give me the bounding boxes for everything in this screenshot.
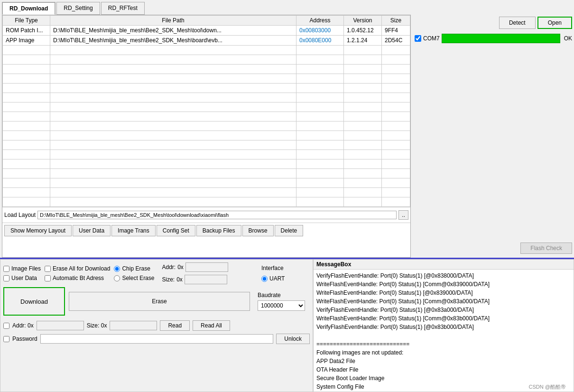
auto-bt-checkbox[interactable] bbox=[45, 275, 51, 281]
load-layout-row: Load Layout .. bbox=[2, 207, 410, 223]
delete-button[interactable]: Delete bbox=[275, 225, 304, 236]
addr-input[interactable] bbox=[185, 262, 228, 272]
uart-radio[interactable] bbox=[261, 276, 268, 282]
message-line: ============================ bbox=[316, 340, 563, 348]
message-line: VerifyFlashEventHandle: Port(0) Status(1… bbox=[316, 271, 563, 280]
baudrate-select[interactable]: 1000000 921600 460800 230400 115200 bbox=[258, 300, 305, 311]
config-set-button[interactable]: Config Set bbox=[157, 225, 195, 236]
table-row-empty bbox=[3, 159, 410, 169]
download-button[interactable]: Download bbox=[3, 287, 65, 316]
read-addr-input[interactable] bbox=[37, 321, 84, 330]
main-container: RD_Download RD_Setting RD_RFTest File Ty… bbox=[0, 0, 574, 392]
row1-version: 1.0.452.12 bbox=[344, 26, 382, 36]
table-row-empty bbox=[3, 84, 410, 93]
image-trans-button[interactable]: Image Trans bbox=[111, 225, 156, 236]
table-row-empty bbox=[3, 65, 410, 74]
read-checkbox[interactable] bbox=[3, 323, 9, 329]
tab-rd-rftest[interactable]: RD_RFTest bbox=[101, 2, 145, 15]
table-row-empty bbox=[3, 188, 410, 197]
table-row-empty bbox=[3, 121, 410, 131]
row1-address: 0x00803000 bbox=[296, 26, 344, 36]
baudrate-section: Baudrate 1000000 921600 460800 230400 11… bbox=[258, 292, 310, 311]
table-row-empty bbox=[3, 46, 410, 55]
interface-label: Interface bbox=[261, 265, 306, 271]
image-files-checkbox[interactable] bbox=[3, 266, 9, 272]
row1-type: ROM Patch I... bbox=[3, 26, 50, 36]
select-erase-radio-row: Select Erase bbox=[114, 275, 154, 281]
image-files-checkbox-row: Image Files bbox=[3, 265, 41, 272]
message-line: VerifyFlashEventHandle: Port(0) Status(1… bbox=[316, 323, 563, 331]
message-box: MessageBox VerifyFlashEventHandle: Port(… bbox=[313, 259, 574, 392]
password-label: Password bbox=[12, 336, 37, 342]
col-header-type: File Type bbox=[3, 16, 50, 26]
right-panel: Detect Open COM7 OK Flash Check bbox=[413, 15, 574, 258]
com-progress-bar bbox=[442, 34, 560, 43]
message-line: WriteFlashEventHandle: Port(0) Status(1)… bbox=[316, 314, 563, 323]
interface-section: Interface UART bbox=[258, 265, 310, 282]
show-memory-layout-button[interactable]: Show Memory Layout bbox=[4, 225, 72, 236]
select-erase-radio[interactable] bbox=[114, 275, 120, 281]
size-prefix: 0x bbox=[176, 276, 183, 283]
read-all-button[interactable]: Read All bbox=[193, 320, 230, 331]
erase-all-checkbox[interactable] bbox=[45, 266, 51, 272]
message-line: Secure Boot Loader Image bbox=[316, 374, 563, 383]
table-row-empty bbox=[3, 140, 410, 150]
open-button[interactable]: Open bbox=[537, 17, 572, 29]
watermark: CSDN @酷酷帝 bbox=[529, 383, 566, 391]
image-files-label: Image Files bbox=[11, 265, 41, 272]
unlock-button[interactable]: Unlock bbox=[276, 334, 310, 344]
bottom-section: Image Files User Data Erase All for Down… bbox=[0, 259, 574, 392]
read-row: Addr: 0x Size: 0x Read Read All bbox=[3, 320, 310, 331]
flash-check-button[interactable]: Flash Check bbox=[520, 243, 572, 254]
tab-rd-setting[interactable]: RD_Setting bbox=[56, 2, 100, 15]
table-row[interactable]: ROM Patch I... D:\MIoT\BLE_Mesh\mijia_bl… bbox=[3, 26, 410, 36]
uart-label: UART bbox=[269, 275, 285, 282]
backup-files-button[interactable]: Backup Files bbox=[196, 225, 241, 236]
size-input[interactable] bbox=[185, 275, 227, 284]
load-layout-label: Load Layout bbox=[4, 212, 36, 218]
user-data-button[interactable]: User Data bbox=[73, 225, 111, 236]
user-data-checkbox[interactable] bbox=[3, 275, 9, 281]
detect-button[interactable]: Detect bbox=[499, 17, 536, 29]
row2-type: APP Image bbox=[3, 36, 50, 46]
read-addr-label: Addr: 0x bbox=[12, 322, 34, 329]
left-bottom-panel: Image Files User Data Erase All for Down… bbox=[0, 259, 313, 392]
read-size-input[interactable] bbox=[110, 321, 157, 330]
erase-all-label: Erase All for Download bbox=[53, 265, 110, 272]
chip-erase-radio[interactable] bbox=[114, 266, 120, 272]
message-line: Following images are not updated: bbox=[316, 348, 563, 357]
baudrate-label: Baudrate bbox=[258, 292, 310, 299]
table-row[interactable]: APP Image D:\MIoT\BLE_Mesh\mijia_ble_mes… bbox=[3, 36, 410, 46]
left-panel: File Type File Path Address Version Size… bbox=[2, 15, 411, 258]
tab-rd-download[interactable]: RD_Download bbox=[2, 2, 56, 15]
message-line: WriteFlashEventHandle: Port(0) Status(1)… bbox=[316, 289, 563, 297]
file-table: File Type File Path Address Version Size… bbox=[2, 15, 410, 207]
message-lines: VerifyFlashEventHandle: Port(0) Status(1… bbox=[316, 271, 571, 391]
com-row: COM7 OK bbox=[415, 34, 572, 43]
table-row-empty bbox=[3, 197, 410, 207]
read-button[interactable]: Read bbox=[160, 320, 190, 331]
load-layout-input[interactable] bbox=[37, 211, 397, 219]
select-erase-label: Select Erase bbox=[122, 275, 154, 281]
row1-size: 9FF4 bbox=[382, 26, 410, 36]
size-row: Size: 0x bbox=[162, 275, 228, 284]
size-label: Size: bbox=[162, 276, 175, 283]
addr-label: Addr: bbox=[162, 264, 176, 271]
password-input[interactable] bbox=[40, 334, 274, 344]
erase-button[interactable]: Erase bbox=[69, 292, 250, 311]
message-line: WriteFlashEventHandle: Port(0) Status(1)… bbox=[316, 280, 563, 289]
password-checkbox[interactable] bbox=[3, 336, 9, 342]
message-content[interactable]: VerifyFlashEventHandle: Port(0) Status(1… bbox=[314, 270, 574, 392]
load-layout-browse-button[interactable]: .. bbox=[398, 210, 408, 220]
col-header-path: File Path bbox=[50, 16, 296, 26]
com-checkbox[interactable] bbox=[415, 35, 421, 42]
row2-size: 2D54C bbox=[382, 36, 410, 46]
message-line bbox=[316, 331, 563, 340]
user-data-checkbox-row: User Data bbox=[3, 275, 41, 281]
addr-prefix: 0x bbox=[177, 264, 184, 271]
row2-path: D:\MIoT\BLE_Mesh\mijia_ble_mesh\Bee2_SDK… bbox=[50, 36, 296, 46]
message-line: WriteFlashEventHandle: Port(0) Status(1)… bbox=[316, 297, 563, 306]
message-line: System Config File bbox=[316, 383, 563, 391]
browse-button[interactable]: Browse bbox=[242, 225, 274, 236]
table-row-empty bbox=[3, 74, 410, 84]
